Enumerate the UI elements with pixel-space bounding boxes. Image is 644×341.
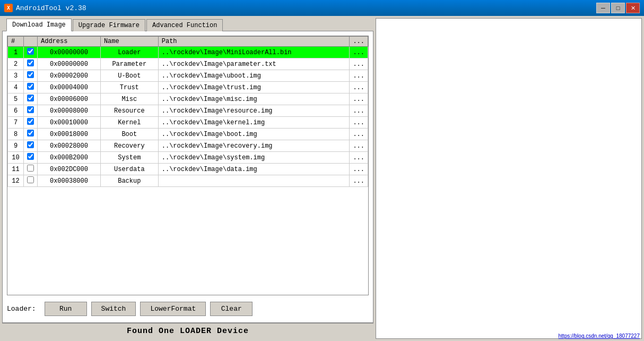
left-panel: Download Image Upgrade Firmware Advanced… <box>2 18 373 339</box>
row-checkbox[interactable] <box>27 153 34 160</box>
cell-name: Misc <box>100 93 158 105</box>
cell-num: 11 <box>8 164 24 175</box>
switch-button[interactable]: Switch <box>91 302 136 316</box>
cell-name: Userdata <box>100 164 158 175</box>
app-icon: X <box>4 4 13 12</box>
cell-dots[interactable]: ... <box>350 117 368 129</box>
cell-dots[interactable]: ... <box>350 58 368 70</box>
cell-address: 0x00028000 <box>38 140 101 152</box>
cell-name: Resource <box>100 105 158 117</box>
cell-dots[interactable]: ... <box>350 82 368 93</box>
cell-dots[interactable]: ... <box>350 47 368 58</box>
cell-checkbox[interactable] <box>24 164 38 175</box>
row-checkbox[interactable] <box>27 83 34 90</box>
title-bar: X AndroidTool v2.38 ─ □ ✕ <box>0 0 644 16</box>
cell-checkbox[interactable] <box>24 140 38 152</box>
tab-advanced-function[interactable]: Advanced Function <box>146 19 223 31</box>
col-num: # <box>8 37 24 47</box>
table-row[interactable]: 20x00000000Parameter..\rockdev\Image\par… <box>8 58 368 70</box>
table-row[interactable]: 120x00038000Backup... <box>8 175 368 187</box>
table-row[interactable]: 30x00002000U-Boot..\rockdev\Image\uboot.… <box>8 70 368 82</box>
cell-dots[interactable]: ... <box>350 93 368 105</box>
run-button[interactable]: Run <box>45 302 87 316</box>
table-row[interactable]: 60x00008000Resource..\rockdev\Image\reso… <box>8 105 368 117</box>
table-row[interactable]: 100x000B2000System..\rockdev\Image\syste… <box>8 152 368 164</box>
row-checkbox[interactable] <box>27 106 34 113</box>
cell-dots[interactable]: ... <box>350 175 368 187</box>
cell-num: 10 <box>8 152 24 164</box>
table-body: 10x00000000Loader..\rockdev\Image\MiniLo… <box>8 47 368 187</box>
cell-num: 6 <box>8 105 24 117</box>
cell-num: 9 <box>8 140 24 152</box>
cell-path: ..\rockdev\Image\trust.img <box>158 82 350 93</box>
cell-address: 0x000B2000 <box>38 152 101 164</box>
cell-address: 0x00000000 <box>38 47 101 58</box>
cell-address: 0x002DC000 <box>38 164 101 175</box>
cell-num: 4 <box>8 82 24 93</box>
cell-dots[interactable]: ... <box>350 152 368 164</box>
content-area: Download Image Upgrade Firmware Advanced… <box>2 18 642 339</box>
cell-checkbox[interactable] <box>24 129 38 140</box>
cell-checkbox[interactable] <box>24 105 38 117</box>
row-checkbox[interactable] <box>27 141 34 148</box>
cell-checkbox[interactable] <box>24 152 38 164</box>
cell-checkbox[interactable] <box>24 70 38 82</box>
row-checkbox[interactable] <box>27 48 34 55</box>
lowerformat-button[interactable]: LowerFormat <box>140 302 206 316</box>
maximize-button[interactable]: □ <box>611 3 625 13</box>
right-panel <box>376 18 642 339</box>
cell-address: 0x00038000 <box>38 175 101 187</box>
cell-checkbox[interactable] <box>24 58 38 70</box>
col-dots: ... <box>350 37 368 47</box>
cell-dots[interactable]: ... <box>350 140 368 152</box>
cell-address: 0x00000000 <box>38 58 101 70</box>
status-bar: Found One LOADER Device <box>2 323 373 339</box>
table-row[interactable]: 10x00000000Loader..\rockdev\Image\MiniLo… <box>8 47 368 58</box>
row-checkbox[interactable] <box>27 59 34 66</box>
cell-dots[interactable]: ... <box>350 70 368 82</box>
row-checkbox[interactable] <box>27 118 34 125</box>
image-table-container: # Address Name Path ... 10x00000000Loade… <box>7 36 369 295</box>
cell-path: ..\rockdev\Image\kernel.img <box>158 117 350 129</box>
tab-upgrade-firmware[interactable]: Upgrade Firmware <box>73 19 145 31</box>
bottom-row: Loader: Run Switch LowerFormat Clear <box>7 300 369 318</box>
tab-strip: Download Image Upgrade Firmware Advanced… <box>2 18 373 31</box>
cell-checkbox[interactable] <box>24 175 38 187</box>
cell-num: 7 <box>8 117 24 129</box>
cell-dots[interactable]: ... <box>350 105 368 117</box>
cell-checkbox[interactable] <box>24 93 38 105</box>
cell-address: 0x00006000 <box>38 93 101 105</box>
cell-name: Kernel <box>100 117 158 129</box>
clear-button[interactable]: Clear <box>210 302 253 316</box>
cell-checkbox[interactable] <box>24 82 38 93</box>
cell-path: ..\rockdev\Image\MiniLoaderAll.bin <box>158 47 350 58</box>
row-checkbox[interactable] <box>27 176 34 183</box>
cell-name: Backup <box>100 175 158 187</box>
table-row[interactable]: 90x00028000Recovery..\rockdev\Image\reco… <box>8 140 368 152</box>
close-button[interactable]: ✕ <box>626 3 640 13</box>
table-row[interactable]: 50x00006000Misc..\rockdev\Image\misc.img… <box>8 93 368 105</box>
table-row[interactable]: 40x00004000Trust..\rockdev\Image\trust.i… <box>8 82 368 93</box>
row-checkbox[interactable] <box>27 165 34 172</box>
row-checkbox[interactable] <box>27 71 34 78</box>
cell-address: 0x00004000 <box>38 82 101 93</box>
cell-name: Loader <box>100 47 158 58</box>
cell-name: System <box>100 152 158 164</box>
row-checkbox[interactable] <box>27 130 34 137</box>
row-checkbox[interactable] <box>27 95 34 101</box>
table-row[interactable]: 80x00018000Boot..\rockdev\Image\boot.img… <box>8 129 368 140</box>
cell-path: ..\rockdev\Image\uboot.img <box>158 70 350 82</box>
window-body: Download Image Upgrade Firmware Advanced… <box>0 16 644 341</box>
cell-checkbox[interactable] <box>24 47 38 58</box>
cell-path <box>158 175 350 187</box>
tab-download-image[interactable]: Download Image <box>6 19 72 31</box>
table-row[interactable]: 110x002DC000Userdata..\rockdev\Image\dat… <box>8 164 368 175</box>
cell-dots[interactable]: ... <box>350 164 368 175</box>
table-row[interactable]: 70x00010000Kernel..\rockdev\Image\kernel… <box>8 117 368 129</box>
cell-checkbox[interactable] <box>24 117 38 129</box>
cell-dots[interactable]: ... <box>350 129 368 140</box>
cell-address: 0x00018000 <box>38 129 101 140</box>
cell-path: ..\rockdev\Image\boot.img <box>158 129 350 140</box>
minimize-button[interactable]: ─ <box>596 3 610 13</box>
cell-path: ..\rockdev\Image\recovery.img <box>158 140 350 152</box>
